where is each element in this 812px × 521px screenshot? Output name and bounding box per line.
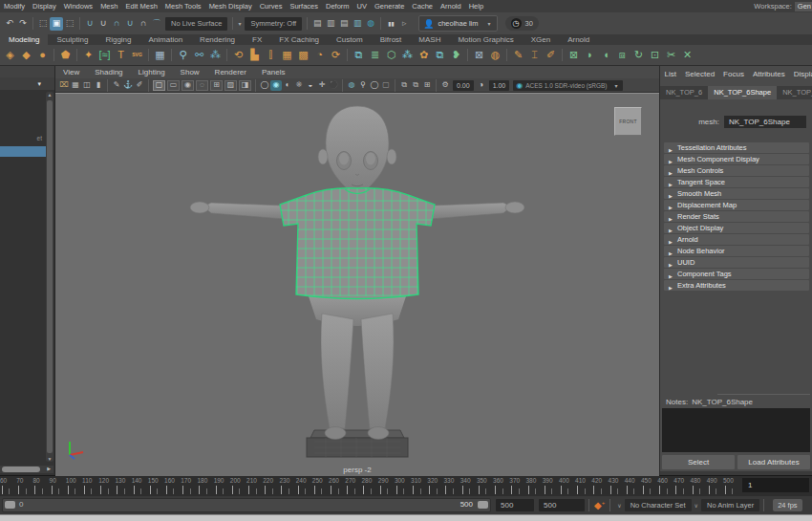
- ik-handle-icon[interactable]: ⚯: [191, 47, 207, 63]
- range-end-handle[interactable]: [478, 501, 488, 509]
- attribute-section-header[interactable]: Tessellation Attributes: [664, 142, 809, 153]
- chevron-down-icon[interactable]: ▾: [488, 20, 491, 27]
- menu-item[interactable]: Deform: [322, 2, 353, 11]
- pause-icon[interactable]: ▮▮: [384, 17, 397, 31]
- chevron-down-icon[interactable]: ∨: [617, 502, 621, 509]
- attribute-section-header[interactable]: Node Behavior: [664, 246, 809, 256]
- mesh-name-field[interactable]: NK_TOP_6Shape: [724, 116, 806, 128]
- shelf-tab[interactable]: Sculpting: [48, 34, 96, 45]
- scroll-right-icon[interactable]: ▶: [47, 466, 51, 471]
- anim-layer-selector[interactable]: ∨ No Anim Layer: [692, 499, 760, 511]
- poly-cube-icon[interactable]: ◆: [18, 47, 34, 63]
- bend-arrow-icon[interactable]: ↻: [630, 47, 647, 63]
- frame-x-icon[interactable]: ⊠: [471, 47, 487, 63]
- multi-view-icon[interactable]: ⧉: [398, 80, 410, 91]
- shelf-icon[interactable]: [506, 49, 507, 61]
- grid-stack-icon[interactable]: ▦: [279, 47, 295, 63]
- menu-item[interactable]: Cache: [408, 2, 437, 11]
- exposure-gear-icon[interactable]: ⚙: [439, 80, 451, 91]
- attribute-editor-menu-item[interactable]: Selected: [680, 70, 718, 78]
- boxes-icon[interactable]: ⧉: [432, 47, 448, 63]
- menu-item[interactable]: Help: [465, 2, 487, 11]
- attribute-section-header[interactable]: Object Display: [664, 223, 809, 233]
- set-key-icon[interactable]: ◆+: [594, 500, 605, 510]
- shelf-icon[interactable]: [76, 49, 77, 61]
- shelf-tab[interactable]: MASH: [410, 34, 449, 45]
- snap-point-icon[interactable]: ∩: [110, 17, 123, 31]
- left-panel-selected-row[interactable]: [0, 146, 47, 157]
- timer-chip[interactable]: ◷ 30: [505, 16, 539, 31]
- shelf-icon[interactable]: [562, 49, 563, 61]
- time-slider[interactable]: 60 70 80 90 100 110 120: [0, 476, 812, 496]
- shelf-tab[interactable]: Motion Graphics: [449, 34, 522, 45]
- attribute-section-header[interactable]: Mesh Component Display: [664, 154, 809, 164]
- motion-blur-icon[interactable]: ◒: [305, 80, 316, 91]
- viewport-icon[interactable]: [342, 79, 343, 92]
- character-mesh[interactable]: [167, 101, 549, 470]
- chevron-down-icon[interactable]: ∨: [694, 502, 698, 509]
- character-set-value[interactable]: No Character Set: [625, 499, 692, 511]
- bookmark-icon[interactable]: ◫: [81, 80, 93, 91]
- menu-item[interactable]: Edit Mesh: [121, 2, 160, 11]
- viewport-menu-item[interactable]: View: [55, 68, 87, 76]
- isolate-select-icon[interactable]: ◯: [369, 80, 380, 91]
- material-ball-icon[interactable]: ⚫: [328, 80, 339, 91]
- frame-dot-icon[interactable]: ⊡: [647, 47, 663, 63]
- bool-union-icon[interactable]: ⊠: [566, 47, 582, 63]
- wedge-icon[interactable]: ◔: [311, 47, 328, 63]
- menu-item[interactable]: Windows: [60, 2, 96, 11]
- poly-sphere-icon[interactable]: ●: [34, 47, 51, 63]
- menu-item[interactable]: Generate: [371, 2, 408, 11]
- scroll-up-icon[interactable]: ▲: [46, 92, 53, 98]
- ipr-render-icon[interactable]: ▥: [324, 17, 337, 31]
- attribute-editor-menu-item[interactable]: List: [660, 70, 680, 78]
- anim-layer-value[interactable]: No Anim Layer: [701, 499, 759, 511]
- rotate-cube-icon[interactable]: ⟳: [328, 47, 344, 63]
- user-account-chip[interactable]: 👤 cheolhae lim ▾: [418, 15, 497, 32]
- shelf-tab[interactable]: Animation: [140, 34, 192, 45]
- gear-flower-icon[interactable]: ✿: [416, 47, 432, 63]
- front-view-button[interactable]: FRONT: [614, 107, 642, 136]
- dashed-pen-icon[interactable]: ✐: [543, 47, 559, 63]
- status-icon[interactable]: [380, 17, 381, 30]
- svg-tool-icon[interactable]: SVG: [129, 47, 145, 63]
- redo-icon[interactable]: ↷: [16, 17, 30, 31]
- select-hierarchy-icon[interactable]: ⬚: [36, 17, 50, 31]
- attribute-editor-tab[interactable]: NK_TOP_6Shape: [708, 86, 777, 99]
- shelf-icon[interactable]: [171, 49, 172, 61]
- pen-tool-icon[interactable]: ✎: [510, 47, 526, 63]
- workspace-value[interactable]: Gen: [795, 2, 812, 11]
- xray-icon[interactable]: ◍: [346, 80, 357, 91]
- camera-lock-icon[interactable]: ⌧: [58, 80, 70, 91]
- attribute-section-header[interactable]: UUID: [664, 257, 809, 268]
- select-component-icon[interactable]: ⬚: [63, 17, 76, 31]
- scissors-icon[interactable]: ✂: [663, 47, 679, 63]
- shelf-tab[interactable]: XGen: [523, 34, 559, 45]
- shelf-tab[interactable]: Modeling: [0, 34, 48, 45]
- menu-item[interactable]: UV: [353, 2, 371, 11]
- cube-teal-icon[interactable]: ⬡: [383, 47, 399, 63]
- globe-icon[interactable]: ◍: [487, 47, 503, 63]
- use-default-material-icon[interactable]: ◌: [196, 80, 208, 91]
- light-editor-icon[interactable]: ✛: [316, 80, 328, 91]
- fps-button[interactable]: 24 fps: [773, 499, 801, 511]
- image-plane-icon[interactable]: ▮: [93, 80, 104, 91]
- bool-intersect-icon[interactable]: ◖: [598, 47, 614, 63]
- timeline-ruler[interactable]: 60 70 80 90 100 110 120: [0, 476, 739, 496]
- attribute-section-header[interactable]: Displacement Map: [664, 200, 809, 210]
- chevron-down-icon[interactable]: ▾: [37, 80, 41, 88]
- snap-curve-icon[interactable]: ∪: [96, 17, 110, 31]
- menu-item[interactable]: Display: [29, 2, 60, 11]
- viewport-icon[interactable]: [107, 79, 108, 92]
- menu-item[interactable]: Arnold: [437, 2, 465, 11]
- platonic-solid-icon[interactable]: ⬟: [57, 47, 74, 63]
- render-settings-icon[interactable]: ▤: [337, 17, 351, 31]
- view-axis-icon[interactable]: [63, 437, 88, 462]
- snap-grid-icon[interactable]: ∪: [83, 17, 96, 31]
- knife-x-icon[interactable]: ✕: [679, 47, 695, 63]
- shelf-icon[interactable]: [467, 49, 468, 61]
- viewport-canvas[interactable]: FRONT persp -2: [55, 93, 659, 476]
- textured-mode-icon[interactable]: ◉: [182, 80, 194, 91]
- bool-cube-icon[interactable]: ⧈: [614, 47, 630, 63]
- grid-view-icon[interactable]: ⊞: [421, 80, 433, 91]
